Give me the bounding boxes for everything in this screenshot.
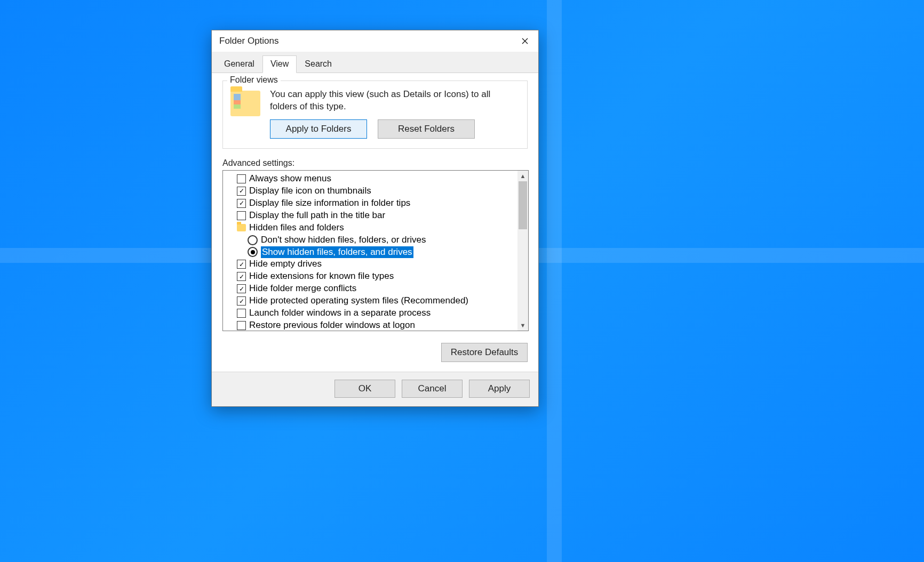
advanced-item-label: Show hidden files, folders, and drives — [261, 246, 413, 259]
radio-icon[interactable] — [248, 247, 258, 257]
advanced-item-label: Display file size information in folder … — [249, 197, 410, 210]
ok-button[interactable]: OK — [334, 380, 395, 398]
checkbox-icon[interactable]: ✓ — [237, 272, 246, 281]
radio-icon[interactable] — [248, 235, 258, 245]
checkbox-icon[interactable]: ✓ — [237, 199, 246, 208]
advanced-item-label: Hidden files and folders — [249, 222, 344, 234]
checkbox-icon[interactable] — [237, 174, 246, 183]
advanced-item[interactable]: ✓Hide extensions for known file types — [237, 270, 517, 283]
advanced-item[interactable]: Always show menus — [237, 173, 517, 185]
advanced-item[interactable]: ✓Hide folder merge conflicts — [237, 283, 517, 295]
folder-views-group: Folder views You can apply this view (su… — [222, 81, 528, 149]
close-icon — [522, 37, 528, 46]
scroll-up-icon[interactable]: ▲ — [517, 171, 528, 181]
scroll-down-icon[interactable]: ▼ — [517, 320, 528, 331]
advanced-item[interactable]: Don't show hidden files, folders, or dri… — [237, 234, 517, 246]
tab-general[interactable]: General — [216, 55, 262, 73]
dialog-footer: OK Cancel Apply — [212, 372, 538, 406]
scrollbar[interactable]: ▲ ▼ — [517, 171, 528, 331]
advanced-item-label: Display file icon on thumbnails — [249, 185, 371, 197]
window-title: Folder Options — [219, 36, 279, 46]
advanced-item[interactable]: Show hidden files, folders, and drives — [237, 246, 517, 259]
advanced-item-label: Hide empty drives — [249, 258, 322, 270]
advanced-item-label: Hide folder merge conflicts — [249, 283, 356, 295]
checkbox-icon[interactable] — [237, 321, 246, 330]
advanced-item[interactable]: ✓Hide protected operating system files (… — [237, 295, 517, 307]
checkbox-icon[interactable] — [237, 309, 246, 318]
tab-body-view: Folder views You can apply this view (su… — [212, 73, 538, 372]
advanced-item-label: Restore previous folder windows at logon — [249, 319, 415, 331]
folder-views-legend: Folder views — [227, 75, 281, 85]
tab-search[interactable]: Search — [297, 55, 340, 73]
titlebar[interactable]: Folder Options — [212, 30, 538, 52]
folder-views-description: You can apply this view (such as Details… — [270, 89, 520, 113]
advanced-item[interactable]: Display the full path in the title bar — [237, 210, 517, 222]
close-button[interactable] — [512, 30, 538, 52]
apply-button[interactable]: Apply — [469, 380, 530, 398]
advanced-item[interactable]: Hidden files and folders — [237, 222, 517, 234]
apply-to-folders-button[interactable]: Apply to Folders — [270, 119, 367, 139]
folder-icon — [237, 224, 246, 231]
checkbox-icon[interactable]: ✓ — [237, 284, 246, 293]
advanced-item-label: Launch folder windows in a separate proc… — [249, 307, 431, 319]
checkbox-icon[interactable]: ✓ — [237, 296, 246, 306]
advanced-settings-label: Advanced settings: — [222, 158, 528, 168]
checkbox-icon[interactable] — [237, 211, 246, 220]
advanced-item-label: Display the full path in the title bar — [249, 210, 385, 222]
advanced-item[interactable]: ✓Display file size information in folder… — [237, 197, 517, 210]
advanced-item-label: Hide extensions for known file types — [249, 270, 394, 283]
advanced-item[interactable]: ✓Hide empty drives — [237, 258, 517, 270]
advanced-settings-list[interactable]: Always show menus✓Display file icon on t… — [222, 170, 529, 331]
advanced-item[interactable]: Launch folder windows in a separate proc… — [237, 307, 517, 319]
advanced-item-label: Hide protected operating system files (R… — [249, 295, 468, 307]
tab-view[interactable]: View — [262, 55, 297, 73]
cancel-button[interactable]: Cancel — [402, 380, 463, 398]
restore-defaults-button[interactable]: Restore Defaults — [441, 343, 528, 362]
scroll-thumb[interactable] — [519, 181, 527, 229]
advanced-item-label: Don't show hidden files, folders, or dri… — [261, 234, 426, 246]
reset-folders-button[interactable]: Reset Folders — [378, 119, 475, 139]
checkbox-icon[interactable]: ✓ — [237, 260, 246, 269]
advanced-item[interactable]: Restore previous folder windows at logon — [237, 319, 517, 331]
advanced-item-label: Always show menus — [249, 173, 331, 185]
tab-bar: General View Search — [212, 52, 538, 73]
advanced-item[interactable]: ✓Display file icon on thumbnails — [237, 185, 517, 197]
folder-views-icon — [230, 91, 260, 116]
folder-options-dialog: Folder Options General View Search Folde… — [211, 30, 539, 407]
checkbox-icon[interactable]: ✓ — [237, 187, 246, 196]
